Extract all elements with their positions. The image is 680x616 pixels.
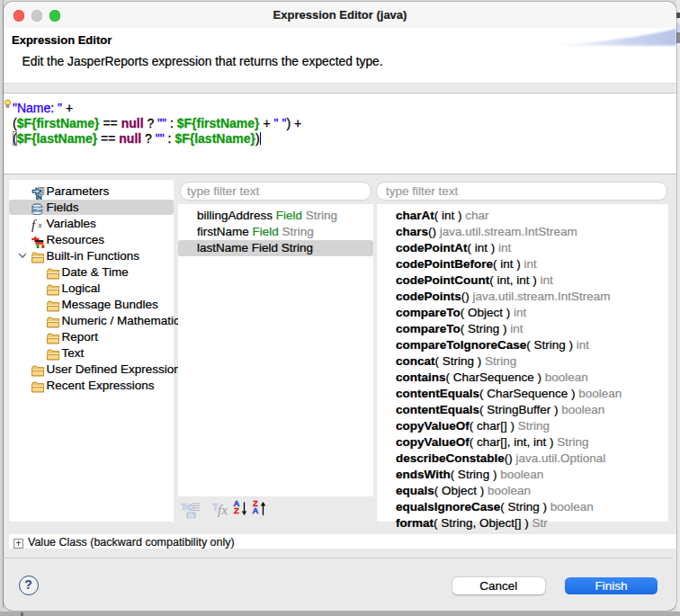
svg-text:x: x [38, 220, 42, 229]
svg-text:fx: fx [218, 503, 228, 517]
svg-text:f: f [31, 219, 37, 232]
svg-text:IN: IN [188, 512, 194, 518]
